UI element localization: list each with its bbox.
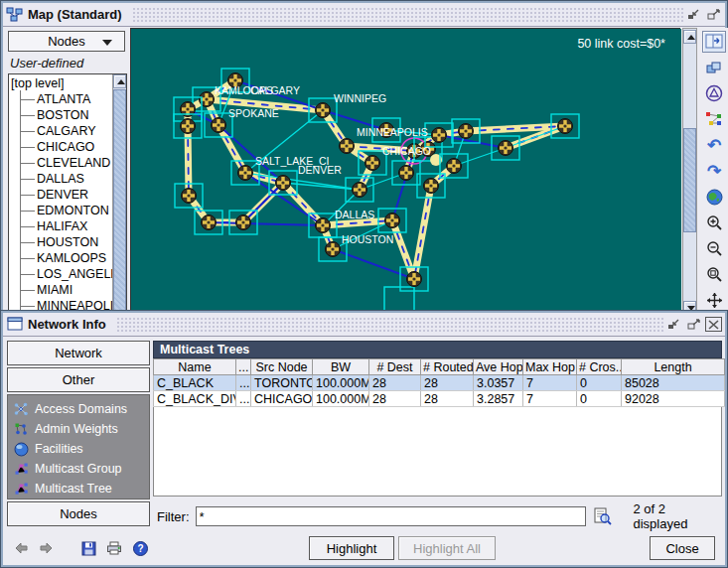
- scrollbar-thumb[interactable]: [113, 89, 126, 314]
- table-header-row[interactable]: Name...Src NodeBW# Dest# RoutedAve HopMa…: [154, 359, 725, 375]
- table-row[interactable]: C_BLACK_DIV...CHICAGO100.000M28283.28577…: [154, 391, 725, 407]
- network-info-left-panel: Network Other Access DomainsAdmin Weight…: [6, 341, 151, 563]
- redo-icon[interactable]: ↷: [702, 160, 726, 182]
- svg-text:?: ?: [137, 543, 143, 554]
- multicast-table[interactable]: Name...Src NodeBW# Dest# RoutedAve HopMa…: [153, 358, 725, 407]
- undo-icon[interactable]: ↶: [702, 134, 726, 156]
- tab-nodes[interactable]: Nodes: [7, 501, 150, 526]
- tree-scrollbar[interactable]: [112, 74, 126, 316]
- tree-item-boston[interactable]: BOSTON: [11, 107, 111, 123]
- column-header[interactable]: Src Node: [251, 359, 313, 375]
- network-info-window: Network Info Network Other Access Domain…: [1, 311, 727, 567]
- filter-search-button[interactable]: [592, 506, 614, 527]
- column-header[interactable]: Ave Hop: [474, 359, 523, 375]
- map-toolbar: ↶ ↷: [699, 28, 728, 317]
- map-scrollbar-thumb[interactable]: [683, 128, 696, 232]
- tree-item-denver[interactable]: DENVER: [11, 187, 111, 203]
- network-info-title: Network Info: [28, 317, 114, 332]
- table-row[interactable]: C_BLACK...TORONTO100.000M28283.035770850…: [154, 375, 725, 391]
- tree-item-los_angeles[interactable]: LOS_ANGELES: [11, 266, 111, 282]
- search-icon: [594, 507, 612, 525]
- highlight-button[interactable]: Highlight: [309, 536, 394, 560]
- svg-text:WINNIPEG: WINNIPEG: [334, 92, 386, 104]
- category-access-domains[interactable]: Access Domains: [14, 399, 149, 419]
- save-icon[interactable]: [78, 541, 98, 556]
- link-cost-overlay: 50 link cost=$0*: [577, 37, 665, 51]
- zoom-in-icon[interactable]: [702, 212, 726, 233]
- tree-item-chicago[interactable]: CHICAGO: [11, 139, 111, 155]
- svg-text:CALGARY: CALGARY: [250, 84, 300, 96]
- tree-item-dallas[interactable]: DALLAS: [11, 171, 111, 187]
- map-window: Map (Standard) Nodes User-defined [top l…: [1, 1, 727, 319]
- back-icon[interactable]: [11, 542, 31, 554]
- tree-item-halifax[interactable]: HALIFAX: [11, 218, 111, 234]
- column-header[interactable]: # Cros...: [577, 359, 622, 375]
- map-vertical-scrollbar[interactable]: [682, 28, 697, 317]
- column-header[interactable]: BW: [313, 359, 369, 375]
- column-header[interactable]: Length: [622, 359, 725, 375]
- map-window-titlebar[interactable]: Map (Standard): [3, 3, 725, 27]
- close-button[interactable]: Close: [650, 536, 715, 560]
- print-icon[interactable]: [104, 541, 124, 555]
- tree-item-kamloops[interactable]: KAMLOOPS: [11, 250, 111, 266]
- chevron-down-icon: [102, 40, 112, 46]
- zoom-box-icon[interactable]: [702, 263, 726, 285]
- footer-toolbar: ? Highlight Highlight All Close: [5, 533, 723, 563]
- maximize-button[interactable]: [685, 317, 702, 332]
- world-icon[interactable]: [702, 186, 726, 208]
- category-multicast-tree[interactable]: Multicast Tree: [14, 479, 149, 498]
- column-header[interactable]: # Routed: [421, 359, 474, 375]
- minimize-button[interactable]: [685, 7, 702, 22]
- nodes-dropdown[interactable]: Nodes: [8, 31, 125, 52]
- legend-icon[interactable]: [702, 82, 726, 104]
- tab-network[interactable]: Network: [7, 341, 150, 365]
- table-empty-area: [153, 407, 722, 497]
- svg-text:MINNEAPOLIS: MINNEAPOLIS: [357, 126, 428, 138]
- help-icon[interactable]: ?: [130, 541, 150, 556]
- scroll-up-button[interactable]: [113, 74, 126, 88]
- tree-item-houston[interactable]: HOUSTON: [11, 234, 111, 250]
- overview-pane-icon[interactable]: [702, 31, 726, 53]
- forward-icon[interactable]: [37, 542, 57, 554]
- map-window-title: Map (Standard): [28, 7, 130, 22]
- tree-item-calgary[interactable]: CALGARY: [11, 123, 111, 139]
- filter-status: 2 of 2 displayed: [633, 501, 722, 531]
- nodes-dropdown-label: Nodes: [48, 34, 85, 49]
- highlight-all-button[interactable]: Highlight All: [398, 536, 496, 560]
- maximize-button[interactable]: [705, 7, 722, 22]
- node-tree-list: [top level]ATLANTABOSTONCALGARYCHICAGOCL…: [11, 75, 111, 314]
- tree-item-atlanta[interactable]: ATLANTA: [11, 91, 111, 107]
- pan-icon[interactable]: [702, 289, 726, 311]
- map-scroll-up-button[interactable]: [683, 30, 696, 44]
- svg-text:SPOKANE: SPOKANE: [228, 107, 279, 119]
- titlebar-texture: [132, 7, 683, 23]
- filter-input[interactable]: [196, 506, 586, 526]
- column-header[interactable]: Name: [154, 359, 236, 375]
- map-views-icon[interactable]: [702, 57, 726, 78]
- topology-icon[interactable]: [702, 108, 726, 130]
- tree-item-cleveland[interactable]: CLEVELAND: [11, 155, 111, 171]
- multicast-table-zone: Multicast Trees Name...Src NodeBW# Dest#…: [153, 341, 722, 497]
- map-canvas[interactable]: KAMLOOPSCALGARYSPOKANEWINNIPEGMINNEAPOLI…: [130, 28, 680, 317]
- svg-text:DALLAS: DALLAS: [335, 209, 374, 220]
- tab-other[interactable]: Other: [7, 367, 150, 392]
- tree-item-edmonton[interactable]: EDMONTON: [11, 203, 111, 218]
- section-label: User-defined: [10, 56, 83, 71]
- svg-text:HOUSTON: HOUSTON: [342, 233, 393, 245]
- svg-text:DENVER: DENVER: [298, 164, 342, 176]
- column-header[interactable]: # Dest: [369, 359, 421, 375]
- map-canvas-svg: KAMLOOPSCALGARYSPOKANEWINNIPEGMINNEAPOLI…: [131, 29, 681, 320]
- tree-item-miami[interactable]: MIAMI: [11, 282, 111, 298]
- zoom-out-icon[interactable]: [702, 237, 726, 259]
- map-sidebar: Nodes User-defined [top level]ATLANTABOS…: [6, 30, 129, 317]
- close-icon[interactable]: [705, 317, 722, 332]
- category-admin-weights[interactable]: Admin Weights: [14, 419, 149, 439]
- category-multicast-group[interactable]: Multicast Group: [14, 459, 149, 479]
- network-info-titlebar[interactable]: Network Info: [3, 313, 725, 337]
- tree-root[interactable]: [top level]: [11, 75, 111, 91]
- category-facilities[interactable]: Facilities: [14, 439, 149, 459]
- svg-text:CHICAGO: CHICAGO: [382, 145, 431, 157]
- minimize-button[interactable]: [665, 317, 682, 332]
- column-header[interactable]: ...: [236, 359, 251, 375]
- column-header[interactable]: Max Hop: [523, 359, 577, 375]
